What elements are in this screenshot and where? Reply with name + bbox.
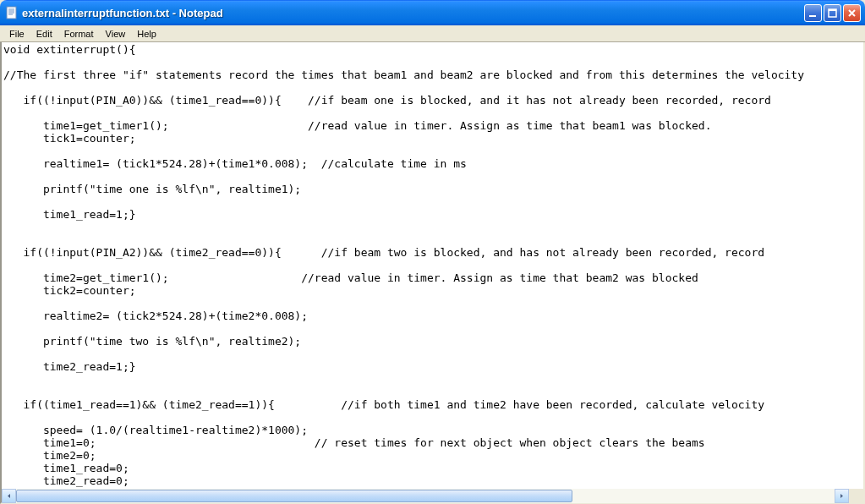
scroll-left-button[interactable] [2, 489, 16, 503]
minimize-button[interactable] [804, 4, 822, 22]
editor-container: void extinterrupt(){ //The first three "… [0, 42, 865, 504]
maximize-button[interactable] [824, 4, 841, 22]
svg-rect-5 [809, 15, 816, 17]
menubar: File Edit Format View Help [0, 25, 865, 42]
menu-format[interactable]: Format [58, 27, 100, 41]
scrollbar-track[interactable] [16, 489, 835, 503]
menu-edit[interactable]: Edit [30, 27, 58, 41]
resize-grip[interactable] [849, 489, 863, 503]
menu-view[interactable]: View [100, 27, 132, 41]
window-title: externalinterruptfunction.txt - Notepad [22, 7, 804, 19]
menu-file[interactable]: File [3, 27, 30, 41]
notepad-icon [5, 6, 19, 19]
scrollbar-thumb[interactable] [16, 490, 572, 502]
titlebar: externalinterruptfunction.txt - Notepad [0, 0, 865, 25]
close-button[interactable] [843, 4, 861, 22]
window-controls [804, 4, 861, 22]
svg-rect-7 [829, 9, 836, 11]
scroll-right-button[interactable] [835, 489, 849, 503]
text-editor[interactable]: void extinterrupt(){ //The first three "… [2, 42, 863, 488]
horizontal-scrollbar [2, 488, 863, 502]
menu-help[interactable]: Help [131, 27, 162, 41]
